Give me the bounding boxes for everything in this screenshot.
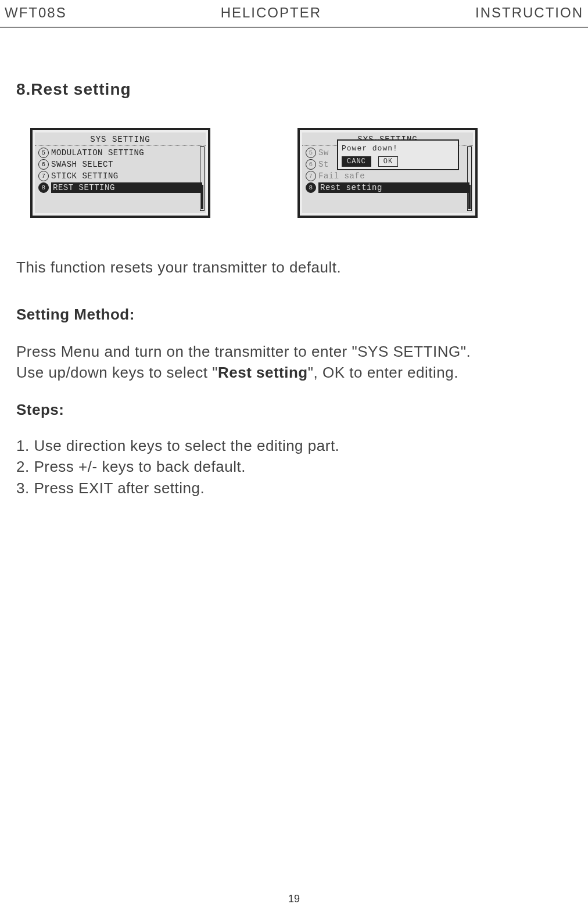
lcd2-scrollbar	[467, 146, 472, 211]
steps-list: 1. Use direction keys to select the edit…	[16, 435, 572, 498]
lcd1-item-8-num: 8	[38, 182, 49, 193]
lcd1-item-7-num: 7	[38, 171, 49, 181]
lcd2-dialog-btn-canc: CANC	[342, 156, 371, 167]
lcd2-item-7-num: 7	[306, 171, 316, 181]
method-text-1: Press Menu and turn on the transmitter t…	[16, 343, 471, 360]
lcd1-title: SYS SETTING	[35, 132, 206, 146]
lcd2-item-8-text: Rest setting	[318, 182, 469, 193]
lcd1-scrollbar	[200, 146, 205, 211]
lcd2-item-8-num: 8	[306, 182, 316, 193]
lcd1-item-6-num: 6	[38, 159, 49, 170]
lcd1-items: 5 MODULATION SETTING 6 SWASH SELECT 7 ST…	[35, 146, 206, 195]
step-2: 2. Press +/- keys to back default.	[16, 456, 572, 477]
lcd2-item-5-num: 5	[306, 148, 316, 158]
step-1: 1. Use direction keys to select the edit…	[16, 435, 572, 456]
lcd-inner-1: SYS SETTING 5 MODULATION SETTING 6 SWASH…	[35, 132, 206, 213]
lcd-screen-2: SYS SETTING 5 Sw 6 St 7 Fail safe	[297, 128, 478, 218]
header-center: HELICOPTER	[221, 5, 321, 21]
description-text: This function resets your transmitter to…	[16, 259, 572, 277]
method-text: Press Menu and turn on the transmitter t…	[16, 341, 572, 383]
lcd-inner-2: SYS SETTING 5 Sw 6 St 7 Fail safe	[302, 132, 473, 213]
lcd2-item-6-num: 6	[306, 159, 316, 170]
lcd1-scroll-thumb	[201, 185, 203, 209]
lcd2-item-7-text: Fail safe	[318, 171, 469, 181]
page-header: WFT08S HELICOPTER INSTRUCTION	[0, 0, 588, 28]
lcd1-item-5-text: MODULATION SETTING	[51, 148, 202, 157]
lcd1-item-7: 7 STICK SETTING	[38, 170, 202, 182]
lcd2-item-8: 8 Rest setting	[306, 182, 469, 193]
header-right: INSTRUCTION	[475, 5, 583, 21]
page-content: 8.Rest setting SYS SETTING 5 MODULATION …	[0, 28, 588, 510]
lcd2-dialog-btn-ok: OK	[378, 156, 398, 167]
lcd1-item-6: 6 SWASH SELECT	[38, 159, 202, 170]
method-text-2a: Use up/down keys to select "	[16, 364, 218, 381]
step-3: 3. Press EXIT after setting.	[16, 478, 572, 498]
steps-title: Steps:	[16, 401, 572, 419]
lcd2-dialog-buttons: CANC OK	[342, 156, 454, 167]
method-text-2b: ", OK to enter editing.	[308, 364, 458, 381]
lcd-screen-1: SYS SETTING 5 MODULATION SETTING 6 SWASH…	[30, 128, 210, 218]
lcd1-item-6-text: SWASH SELECT	[51, 160, 202, 169]
lcd1-item-5-num: 5	[38, 148, 49, 158]
lcd1-item-7-text: STICK SETTING	[51, 171, 202, 181]
method-text-bold: Rest setting	[218, 364, 308, 381]
lcd2-item-7: 7 Fail safe	[306, 170, 469, 182]
lcd1-item-8: 8 REST SETTING	[38, 182, 202, 193]
lcd2-dialog-text: Power down!	[342, 143, 454, 156]
method-title: Setting Method:	[16, 306, 572, 324]
screenshots-row: SYS SETTING 5 MODULATION SETTING 6 SWASH…	[30, 128, 572, 218]
lcd1-item-8-text: REST SETTING	[51, 182, 202, 193]
lcd2-scroll-thumb	[468, 185, 471, 209]
page-number: 19	[288, 893, 300, 905]
lcd2-dialog: Power down! CANC OK	[337, 139, 459, 170]
header-left: WFT08S	[5, 5, 67, 21]
lcd1-item-5: 5 MODULATION SETTING	[38, 147, 202, 159]
section-title: 8.Rest setting	[16, 80, 572, 99]
